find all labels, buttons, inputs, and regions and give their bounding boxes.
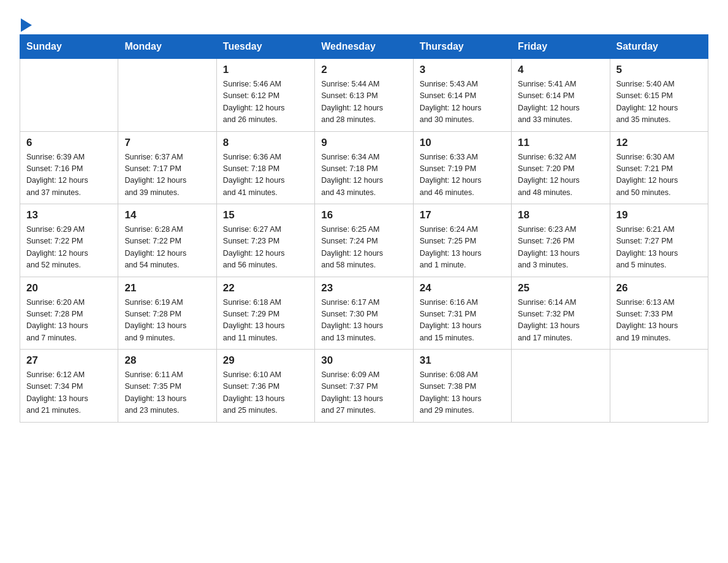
day-number: 12 (616, 137, 702, 149)
day-number: 23 (321, 282, 406, 294)
day-number: 20 (26, 282, 112, 294)
calendar-cell: 12Sunrise: 6:30 AMSunset: 7:21 PMDayligh… (610, 131, 708, 204)
calendar-cell: 18Sunrise: 6:23 AMSunset: 7:26 PMDayligh… (512, 204, 610, 277)
day-info: Sunrise: 6:14 AMSunset: 7:32 PMDaylight:… (518, 297, 603, 345)
calendar-cell (512, 350, 610, 423)
day-number: 1 (223, 64, 308, 76)
calendar-cell: 2Sunrise: 5:44 AMSunset: 6:13 PMDaylight… (315, 59, 413, 132)
calendar-cell: 16Sunrise: 6:25 AMSunset: 7:24 PMDayligh… (315, 204, 413, 277)
calendar-table: SundayMondayTuesdayWednesdayThursdayFrid… (20, 34, 708, 423)
day-number: 7 (124, 137, 210, 149)
day-info: Sunrise: 6:09 AMSunset: 7:37 PMDaylight:… (321, 369, 406, 417)
day-number: 14 (124, 209, 210, 221)
calendar-cell: 22Sunrise: 6:18 AMSunset: 7:29 PMDayligh… (216, 277, 314, 350)
svg-marker-0 (21, 18, 32, 32)
calendar-header-wednesday: Wednesday (315, 35, 413, 59)
day-info: Sunrise: 6:18 AMSunset: 7:29 PMDaylight:… (223, 297, 308, 345)
day-number: 3 (420, 64, 505, 76)
calendar-week-row: 1Sunrise: 5:46 AMSunset: 6:12 PMDaylight… (20, 59, 708, 132)
day-info: Sunrise: 6:33 AMSunset: 7:19 PMDaylight:… (420, 151, 505, 199)
day-number: 30 (321, 354, 406, 367)
calendar-cell: 26Sunrise: 6:13 AMSunset: 7:33 PMDayligh… (610, 277, 708, 350)
calendar-header-friday: Friday (512, 35, 610, 59)
day-info: Sunrise: 6:24 AMSunset: 7:25 PMDaylight:… (420, 224, 505, 272)
day-info: Sunrise: 6:10 AMSunset: 7:36 PMDaylight:… (223, 369, 308, 417)
day-number: 29 (223, 354, 308, 367)
calendar-cell: 6Sunrise: 6:39 AMSunset: 7:16 PMDaylight… (20, 131, 118, 204)
day-info: Sunrise: 6:20 AMSunset: 7:28 PMDaylight:… (26, 297, 112, 345)
day-info: Sunrise: 6:17 AMSunset: 7:30 PMDaylight:… (321, 297, 406, 345)
day-info: Sunrise: 5:40 AMSunset: 6:15 PMDaylight:… (616, 79, 702, 126)
calendar-cell: 10Sunrise: 6:33 AMSunset: 7:19 PMDayligh… (413, 131, 511, 204)
calendar-header-row: SundayMondayTuesdayWednesdayThursdayFrid… (20, 35, 708, 59)
calendar-cell: 13Sunrise: 6:29 AMSunset: 7:22 PMDayligh… (20, 204, 118, 277)
calendar-header-thursday: Thursday (413, 35, 511, 59)
day-info: Sunrise: 6:36 AMSunset: 7:18 PMDaylight:… (223, 151, 308, 199)
day-info: Sunrise: 6:19 AMSunset: 7:28 PMDaylight:… (124, 297, 210, 345)
calendar-cell: 21Sunrise: 6:19 AMSunset: 7:28 PMDayligh… (118, 277, 216, 350)
day-info: Sunrise: 6:11 AMSunset: 7:35 PMDaylight:… (124, 369, 210, 417)
calendar-week-row: 20Sunrise: 6:20 AMSunset: 7:28 PMDayligh… (20, 277, 708, 350)
calendar-cell: 30Sunrise: 6:09 AMSunset: 7:37 PMDayligh… (315, 350, 413, 423)
calendar-cell: 20Sunrise: 6:20 AMSunset: 7:28 PMDayligh… (20, 277, 118, 350)
day-number: 18 (518, 209, 603, 221)
day-number: 11 (518, 137, 603, 149)
day-info: Sunrise: 6:28 AMSunset: 7:22 PMDaylight:… (124, 224, 210, 272)
calendar-cell: 1Sunrise: 5:46 AMSunset: 6:12 PMDaylight… (216, 59, 314, 132)
calendar-cell: 9Sunrise: 6:34 AMSunset: 7:18 PMDaylight… (315, 131, 413, 204)
day-info: Sunrise: 5:41 AMSunset: 6:14 PMDaylight:… (518, 79, 603, 126)
day-number: 15 (223, 209, 308, 221)
day-number: 13 (26, 209, 112, 221)
day-info: Sunrise: 6:23 AMSunset: 7:26 PMDaylight:… (518, 224, 603, 272)
day-info: Sunrise: 5:44 AMSunset: 6:13 PMDaylight:… (321, 79, 406, 126)
calendar-cell: 14Sunrise: 6:28 AMSunset: 7:22 PMDayligh… (118, 204, 216, 277)
day-number: 22 (223, 282, 308, 294)
day-info: Sunrise: 6:25 AMSunset: 7:24 PMDaylight:… (321, 224, 406, 272)
day-info: Sunrise: 6:30 AMSunset: 7:21 PMDaylight:… (616, 151, 702, 199)
day-number: 4 (518, 64, 603, 76)
day-number: 26 (616, 282, 702, 294)
day-number: 28 (124, 354, 210, 367)
page-header (20, 15, 708, 29)
day-number: 24 (420, 282, 505, 294)
calendar-cell: 3Sunrise: 5:43 AMSunset: 6:14 PMDaylight… (413, 59, 511, 132)
day-number: 19 (616, 209, 702, 221)
day-number: 17 (420, 209, 505, 221)
day-number: 25 (518, 282, 603, 294)
day-number: 31 (420, 354, 505, 367)
day-number: 9 (321, 137, 406, 149)
calendar-cell (610, 350, 708, 423)
day-number: 5 (616, 64, 702, 76)
day-number: 6 (26, 137, 112, 149)
calendar-cell: 28Sunrise: 6:11 AMSunset: 7:35 PMDayligh… (118, 350, 216, 423)
day-info: Sunrise: 5:46 AMSunset: 6:12 PMDaylight:… (223, 79, 308, 126)
calendar-cell: 27Sunrise: 6:12 AMSunset: 7:34 PMDayligh… (20, 350, 118, 423)
calendar-week-row: 6Sunrise: 6:39 AMSunset: 7:16 PMDaylight… (20, 131, 708, 204)
day-info: Sunrise: 6:21 AMSunset: 7:27 PMDaylight:… (616, 224, 702, 272)
calendar-cell: 25Sunrise: 6:14 AMSunset: 7:32 PMDayligh… (512, 277, 610, 350)
logo (20, 20, 32, 29)
day-number: 16 (321, 209, 406, 221)
day-info: Sunrise: 6:12 AMSunset: 7:34 PMDaylight:… (26, 369, 112, 417)
day-info: Sunrise: 6:08 AMSunset: 7:38 PMDaylight:… (420, 369, 505, 417)
calendar-week-row: 13Sunrise: 6:29 AMSunset: 7:22 PMDayligh… (20, 204, 708, 277)
day-info: Sunrise: 5:43 AMSunset: 6:14 PMDaylight:… (420, 79, 505, 126)
calendar-cell: 4Sunrise: 5:41 AMSunset: 6:14 PMDaylight… (512, 59, 610, 132)
calendar-cell: 23Sunrise: 6:17 AMSunset: 7:30 PMDayligh… (315, 277, 413, 350)
day-info: Sunrise: 6:13 AMSunset: 7:33 PMDaylight:… (616, 297, 702, 345)
calendar-cell: 31Sunrise: 6:08 AMSunset: 7:38 PMDayligh… (413, 350, 511, 423)
day-info: Sunrise: 6:32 AMSunset: 7:20 PMDaylight:… (518, 151, 603, 199)
logo-triangle-icon (21, 18, 32, 32)
calendar-header-sunday: Sunday (20, 35, 118, 59)
calendar-cell: 19Sunrise: 6:21 AMSunset: 7:27 PMDayligh… (610, 204, 708, 277)
calendar-week-row: 27Sunrise: 6:12 AMSunset: 7:34 PMDayligh… (20, 350, 708, 423)
calendar-header-saturday: Saturday (610, 35, 708, 59)
calendar-header-tuesday: Tuesday (216, 35, 314, 59)
calendar-cell: 11Sunrise: 6:32 AMSunset: 7:20 PMDayligh… (512, 131, 610, 204)
calendar-cell: 29Sunrise: 6:10 AMSunset: 7:36 PMDayligh… (216, 350, 314, 423)
day-number: 8 (223, 137, 308, 149)
calendar-cell: 5Sunrise: 5:40 AMSunset: 6:15 PMDaylight… (610, 59, 708, 132)
day-info: Sunrise: 6:39 AMSunset: 7:16 PMDaylight:… (26, 151, 112, 199)
day-number: 10 (420, 137, 505, 149)
day-number: 27 (26, 354, 112, 367)
